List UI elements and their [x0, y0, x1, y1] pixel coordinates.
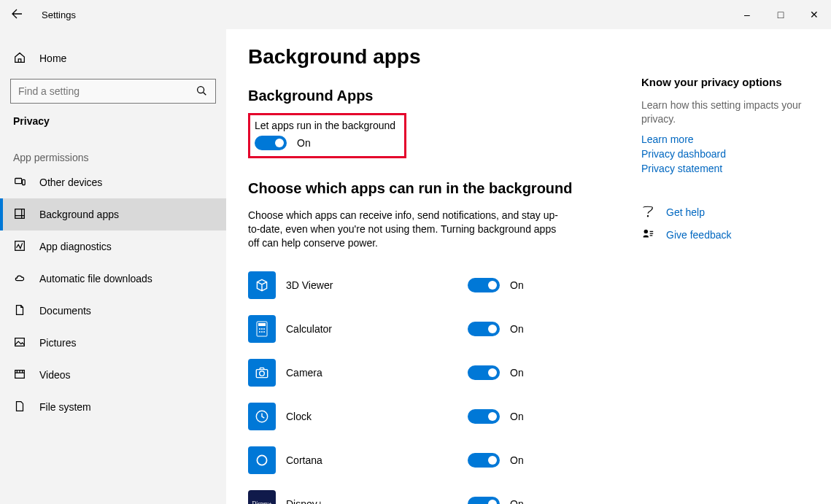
app-toggle[interactable] — [468, 322, 500, 336]
app-toggle[interactable] — [468, 453, 500, 468]
app-row-camera: Camera On — [248, 351, 612, 395]
app-toggle[interactable] — [468, 278, 500, 292]
link-give-feedback[interactable]: Give feedback — [666, 229, 732, 241]
app-toggle-state: On — [510, 498, 539, 504]
sidebar-item-other-devices[interactable]: Other devices — [0, 166, 226, 198]
app-toggle-state: On — [510, 279, 539, 291]
app-row-disney-plus: Disney+ Disney+ On — [248, 482, 612, 504]
main-content: Background apps Background Apps Let apps… — [226, 29, 641, 504]
sidebar-item-automatic-file-downloads[interactable]: Automatic file downloads — [0, 263, 226, 295]
nav-home[interactable]: Home — [0, 42, 226, 74]
svg-point-20 — [644, 229, 648, 233]
app-toggle-state: On — [510, 323, 539, 335]
window-minimize-button[interactable]: – — [730, 0, 764, 29]
back-button[interactable] — [0, 8, 33, 22]
app-name: Calculator — [286, 323, 451, 335]
sidebar-item-label: Documents — [39, 305, 91, 317]
file-icon — [13, 400, 26, 415]
svg-rect-3 — [15, 209, 25, 218]
app-row-clock: Clock On — [248, 395, 612, 438]
search-icon — [195, 84, 208, 99]
app-icon-clock — [248, 403, 276, 430]
svg-rect-8 — [258, 323, 266, 326]
svg-point-18 — [257, 455, 266, 465]
sidebar-section-header: App permissions — [0, 131, 226, 166]
sidebar-item-background-apps[interactable]: Background apps — [0, 198, 226, 230]
help-icon — [641, 205, 654, 220]
search-input[interactable] — [18, 85, 189, 97]
sidebar-item-label: Background apps — [39, 209, 119, 220]
app-name: Clock — [286, 411, 451, 422]
sidebar-item-label: Automatic file downloads — [39, 273, 152, 284]
app-icon-calculator — [248, 315, 276, 343]
master-toggle[interactable] — [255, 136, 287, 150]
sidebar-item-label: File system — [39, 401, 91, 413]
privacy-options-header: Know your privacy options — [641, 76, 819, 88]
svg-rect-1 — [15, 178, 22, 183]
nav-home-label: Home — [39, 53, 66, 64]
app-toggle[interactable] — [468, 497, 500, 504]
window-maximize-button[interactable]: □ — [764, 0, 797, 29]
videos-icon — [13, 368, 26, 383]
app-list: 3D Viewer On Calculator On — [248, 263, 612, 504]
link-privacy-dashboard[interactable]: Privacy dashboard — [641, 148, 819, 160]
give-feedback-row[interactable]: Give feedback — [641, 228, 819, 243]
diagnostics-icon — [13, 239, 26, 255]
app-name: Cortana — [286, 454, 451, 466]
pictures-icon — [13, 336, 26, 351]
link-get-help[interactable]: Get help — [666, 206, 705, 218]
sidebar-item-pictures[interactable]: Pictures — [0, 327, 226, 359]
page-title: Background apps — [248, 45, 612, 69]
link-learn-more[interactable]: Learn more — [641, 133, 819, 145]
background-apps-icon — [13, 207, 26, 222]
choose-description: Choose which apps can receive info, send… — [248, 209, 569, 250]
app-toggle[interactable] — [468, 409, 500, 424]
window-title: Settings — [33, 9, 76, 20]
feedback-icon — [641, 228, 654, 243]
app-icon-disney-plus: Disney+ — [248, 490, 276, 504]
app-row-calculator: Calculator On — [248, 307, 612, 351]
master-toggle-state: On — [297, 137, 311, 149]
app-icon-camera — [248, 359, 276, 387]
search-input-container[interactable] — [10, 79, 216, 104]
choose-heading: Choose which apps can run in the backgro… — [248, 180, 612, 197]
sidebar-category: Privacy — [0, 105, 226, 131]
app-icon-cortana — [248, 446, 276, 474]
app-name: Camera — [286, 367, 451, 379]
sidebar-item-file-system[interactable]: File system — [0, 391, 226, 423]
right-pane: Know your privacy options Learn how this… — [641, 29, 831, 504]
master-heading: Background Apps — [248, 88, 612, 104]
app-toggle-state: On — [510, 411, 539, 422]
home-icon — [13, 51, 26, 66]
link-privacy-statement[interactable]: Privacy statement — [641, 163, 819, 174]
svg-point-14 — [263, 331, 265, 333]
svg-rect-4 — [15, 241, 25, 250]
app-row-cortana: Cortana On — [248, 438, 612, 482]
sidebar-item-label: Videos — [39, 369, 71, 381]
sidebar: Home Privacy App permissions Other devic… — [0, 29, 226, 504]
sidebar-item-app-diagnostics[interactable]: App diagnostics — [0, 230, 226, 263]
sidebar-item-videos[interactable]: Videos — [0, 359, 226, 391]
master-toggle-label: Let apps run in the background — [255, 120, 395, 131]
cloud-download-icon — [13, 271, 26, 287]
svg-rect-2 — [23, 179, 26, 185]
svg-point-13 — [261, 331, 263, 333]
sidebar-item-label: App diagnostics — [39, 241, 112, 252]
titlebar: Settings – □ ✕ — [0, 0, 831, 29]
window-close-button[interactable]: ✕ — [797, 0, 831, 29]
svg-point-12 — [259, 331, 260, 333]
svg-point-9 — [259, 328, 260, 330]
app-toggle[interactable] — [468, 365, 500, 380]
svg-point-11 — [263, 328, 265, 330]
sidebar-item-label: Other devices — [39, 177, 102, 188]
sidebar-item-label: Pictures — [39, 337, 77, 349]
master-toggle-highlight: Let apps run in the background On — [248, 113, 406, 158]
app-name: Disney+ — [286, 498, 451, 504]
get-help-row[interactable]: Get help — [641, 205, 819, 220]
svg-rect-5 — [15, 338, 25, 346]
app-icon-3d-viewer — [248, 271, 276, 299]
svg-point-10 — [261, 328, 263, 330]
sidebar-item-documents[interactable]: Documents — [0, 295, 226, 327]
svg-point-0 — [198, 86, 204, 93]
devices-icon — [13, 175, 26, 190]
